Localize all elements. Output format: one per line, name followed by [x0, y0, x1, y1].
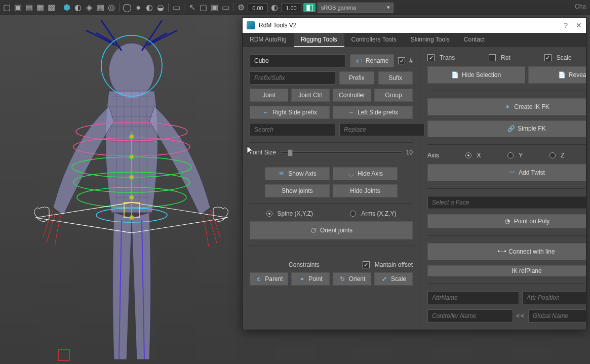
chain-icon: 🔗 [507, 125, 515, 132]
rot-label: Rot [501, 54, 510, 61]
joint-button[interactable]: Joint [250, 89, 288, 102]
show-joints-button[interactable]: Show joints [265, 184, 330, 197]
axis-x-radio[interactable] [465, 152, 471, 158]
scale-checkbox[interactable] [544, 54, 552, 61]
axis-y-radio[interactable] [507, 152, 514, 158]
create-ik-fk-button[interactable]: ✶ Create IK FK [427, 98, 586, 115]
tab-autorig[interactable]: RDM AutoRig [243, 33, 294, 47]
maya-logo-icon [247, 21, 255, 29]
tag-icon: 🏷 [356, 57, 363, 64]
simple-fk-label: Simple FK [518, 125, 545, 132]
aa-icon[interactable]: ◒ [156, 3, 165, 12]
cm-icon[interactable]: ◧ [303, 3, 316, 12]
toolbar-separator [233, 3, 233, 12]
svg-point-13 [130, 155, 134, 159]
rot-checkbox[interactable] [489, 54, 496, 61]
axis-z-radio[interactable] [549, 152, 556, 158]
grid-icon[interactable]: ▦ [96, 3, 105, 12]
shaded-icon[interactable]: ◐ [73, 3, 83, 12]
joint-size-slider[interactable] [280, 151, 402, 153]
sufix-button[interactable]: Sufix [378, 71, 413, 85]
tab-controllers[interactable]: Controllers Tools [344, 33, 404, 47]
help-icon[interactable]: ? [564, 21, 568, 29]
spine-radio[interactable] [266, 211, 272, 217]
tool-icon-6[interactable]: ◎ [107, 3, 116, 12]
search-input[interactable] [250, 123, 335, 136]
controller-name-input[interactable] [427, 309, 513, 322]
hide-joints-button[interactable]: Hide Joints [333, 184, 398, 197]
axis-z-label: Z [561, 152, 564, 159]
arms-label: Arms (X,Z,Y) [361, 210, 396, 217]
ao-icon[interactable]: ◐ [145, 3, 154, 12]
select-face-input[interactable] [427, 196, 586, 209]
ik-refplane-button[interactable]: IK refPlane [427, 265, 586, 277]
trans-checkbox[interactable] [427, 54, 435, 61]
light-icon[interactable]: ◯ [123, 3, 132, 12]
rigging-right-panel: Trans Rot Scale Vis 📄 Hide Selection 📄 R… [420, 47, 586, 330]
show-axis-button[interactable]: 👁 Show Axis [265, 167, 330, 180]
right-side-prefix-button[interactable]: ← Right Side prefix [250, 106, 330, 119]
titlebar: RdM Tools V2 ? ✕ [243, 18, 586, 33]
prefix-sufix-input[interactable] [250, 71, 335, 85]
attr-arrows-2[interactable]: << [516, 312, 525, 319]
cube-icon[interactable]: ⬢ [62, 3, 71, 12]
connect-with-line-button[interactable]: •─• Connect with line [427, 243, 586, 260]
hash-checkbox[interactable] [398, 57, 405, 64]
tool-icon-2[interactable]: ▣ [13, 3, 22, 12]
attr-position-input[interactable] [522, 291, 586, 304]
top-toolbar: ▢ ▣ ▤ ▦ ▩ ⬢ ◐ ◈ ▦ ◎ ◯ ● ◐ ◒ ▭ ↖ ▢ ▣ ▭ ⚙ … [0, 0, 590, 15]
add-twist-button[interactable]: 〰 Add Twist [427, 164, 586, 181]
colorspace-dropdown[interactable]: sRGB gamma ▾ [318, 3, 394, 13]
parent-constraint-button[interactable]: ⎋ Parent [250, 272, 288, 286]
rename-button[interactable]: 🏷 Rename [350, 54, 394, 67]
hide-axis-button[interactable]: ◡ Hide Axis [333, 167, 398, 180]
close-icon[interactable]: ✕ [576, 21, 582, 29]
eye-off-icon: ◡ [347, 170, 355, 177]
group-button[interactable]: Group [374, 89, 413, 102]
tool-icon-3[interactable]: ▤ [24, 3, 33, 12]
parent-label: Parent [265, 275, 283, 282]
frame-icon[interactable]: ▭ [221, 3, 230, 12]
point-constraint-button[interactable]: ⌖ Point [291, 272, 330, 286]
orient-constraint-button[interactable]: ↻ Orient [333, 272, 371, 286]
tool-icon-4[interactable]: ▦ [35, 3, 45, 12]
replace-input[interactable] [339, 123, 425, 136]
maintain-offset-checkbox[interactable] [363, 261, 370, 268]
isolate-icon[interactable]: ▭ [172, 3, 181, 12]
gamma-icon[interactable]: ◐ [270, 3, 279, 12]
left-side-prefix-button[interactable]: → Left Side prefix [333, 106, 413, 119]
simple-fk-button[interactable]: 🔗 Simple FK [427, 120, 586, 138]
orient-joints-button[interactable]: Orient joints [250, 221, 413, 239]
dialog-title: RdM Tools V2 [259, 22, 296, 29]
tab-contact[interactable]: Contact [457, 33, 492, 47]
box-icon[interactable]: ▢ [199, 3, 208, 12]
reveal-icon: 📄 [559, 71, 566, 78]
gear-icon[interactable]: ⚙ [237, 3, 246, 12]
hide-selection-button[interactable]: 📄 Hide Selection [427, 66, 525, 84]
attr-name-input[interactable] [427, 291, 519, 304]
global-name-input[interactable] [528, 309, 586, 322]
rename-input[interactable] [250, 54, 346, 67]
tool-icon-1[interactable]: ▢ [2, 3, 11, 12]
tab-skinning[interactable]: Skinning Tools [404, 33, 457, 47]
rename-label: Rename [366, 57, 388, 64]
reveal-all-label: Reveal All [569, 71, 586, 78]
prefix-button[interactable]: Prefix [339, 71, 374, 85]
tool-icon-5[interactable]: ▩ [47, 3, 56, 12]
reveal-all-button[interactable]: 📄 Reveal All [528, 66, 586, 84]
colorspace-value: sRGB gamma [321, 5, 356, 11]
tab-rigging[interactable]: Rigging Tools [294, 33, 344, 47]
point-on-poly-button[interactable]: ◔ Point on Poly [427, 214, 586, 228]
arrow-icon[interactable]: ↖ [187, 3, 196, 12]
arms-radio[interactable] [350, 211, 356, 217]
gamma-value[interactable]: 1.00 [281, 3, 301, 12]
top-right-label: Cha [575, 3, 586, 10]
jointctrl-button[interactable]: Joint Ctrl [291, 89, 330, 102]
controller-button[interactable]: Controller [333, 89, 371, 102]
exposure-value[interactable]: 0.00 [248, 3, 268, 12]
connect-line-label: Connect with line [508, 248, 555, 255]
shadow-icon[interactable]: ● [134, 3, 143, 12]
scale-constraint-button[interactable]: ⤢ Scale [374, 272, 413, 286]
layer-icon[interactable]: ▣ [210, 3, 219, 12]
wire-icon[interactable]: ◈ [85, 3, 94, 12]
